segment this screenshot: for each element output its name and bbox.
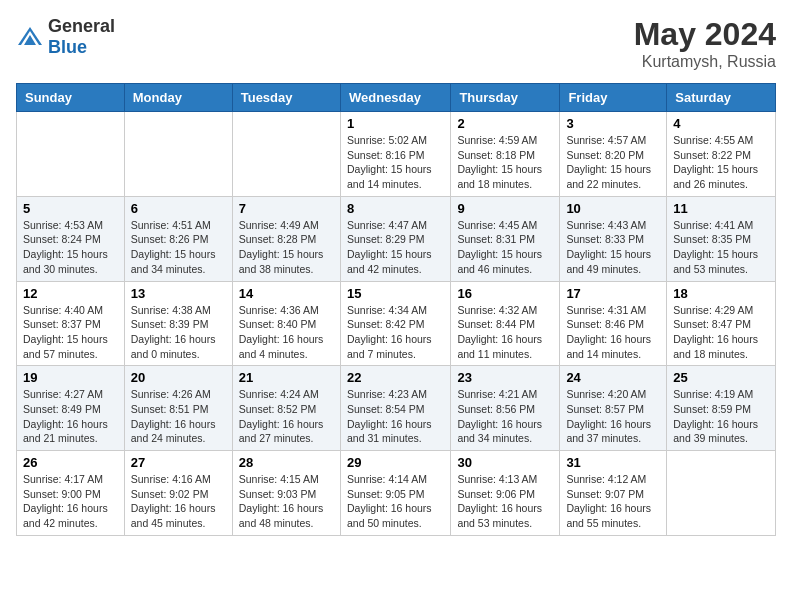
table-cell: 30Sunrise: 4:13 AMSunset: 9:06 PMDayligh…	[451, 451, 560, 536]
table-cell	[17, 112, 125, 197]
day-number: 1	[347, 116, 444, 131]
day-info: Sunrise: 4:17 AMSunset: 9:00 PMDaylight:…	[23, 472, 118, 531]
day-number: 25	[673, 370, 769, 385]
table-cell: 19Sunrise: 4:27 AMSunset: 8:49 PMDayligh…	[17, 366, 125, 451]
header-monday: Monday	[124, 84, 232, 112]
day-number: 9	[457, 201, 553, 216]
month-title: May 2024	[634, 16, 776, 53]
table-cell: 28Sunrise: 4:15 AMSunset: 9:03 PMDayligh…	[232, 451, 340, 536]
day-info: Sunrise: 4:55 AMSunset: 8:22 PMDaylight:…	[673, 133, 769, 192]
day-number: 18	[673, 286, 769, 301]
day-number: 5	[23, 201, 118, 216]
day-info: Sunrise: 4:16 AMSunset: 9:02 PMDaylight:…	[131, 472, 226, 531]
day-number: 8	[347, 201, 444, 216]
table-cell: 6Sunrise: 4:51 AMSunset: 8:26 PMDaylight…	[124, 196, 232, 281]
table-cell: 8Sunrise: 4:47 AMSunset: 8:29 PMDaylight…	[340, 196, 450, 281]
day-number: 19	[23, 370, 118, 385]
week-row-2: 5Sunrise: 4:53 AMSunset: 8:24 PMDaylight…	[17, 196, 776, 281]
day-info: Sunrise: 4:36 AMSunset: 8:40 PMDaylight:…	[239, 303, 334, 362]
day-number: 23	[457, 370, 553, 385]
week-row-1: 1Sunrise: 5:02 AMSunset: 8:16 PMDaylight…	[17, 112, 776, 197]
day-info: Sunrise: 4:47 AMSunset: 8:29 PMDaylight:…	[347, 218, 444, 277]
day-info: Sunrise: 4:43 AMSunset: 8:33 PMDaylight:…	[566, 218, 660, 277]
table-cell: 24Sunrise: 4:20 AMSunset: 8:57 PMDayligh…	[560, 366, 667, 451]
day-info: Sunrise: 4:19 AMSunset: 8:59 PMDaylight:…	[673, 387, 769, 446]
table-cell: 20Sunrise: 4:26 AMSunset: 8:51 PMDayligh…	[124, 366, 232, 451]
logo: General Blue	[16, 16, 115, 58]
day-info: Sunrise: 4:14 AMSunset: 9:05 PMDaylight:…	[347, 472, 444, 531]
day-number: 17	[566, 286, 660, 301]
table-cell: 5Sunrise: 4:53 AMSunset: 8:24 PMDaylight…	[17, 196, 125, 281]
logo-icon	[16, 23, 44, 51]
day-info: Sunrise: 4:24 AMSunset: 8:52 PMDaylight:…	[239, 387, 334, 446]
table-cell: 9Sunrise: 4:45 AMSunset: 8:31 PMDaylight…	[451, 196, 560, 281]
page-header: General Blue May 2024 Kurtamysh, Russia	[16, 16, 776, 71]
day-number: 7	[239, 201, 334, 216]
day-number: 30	[457, 455, 553, 470]
day-info: Sunrise: 4:21 AMSunset: 8:56 PMDaylight:…	[457, 387, 553, 446]
table-cell: 16Sunrise: 4:32 AMSunset: 8:44 PMDayligh…	[451, 281, 560, 366]
day-info: Sunrise: 4:53 AMSunset: 8:24 PMDaylight:…	[23, 218, 118, 277]
header-sunday: Sunday	[17, 84, 125, 112]
day-info: Sunrise: 4:15 AMSunset: 9:03 PMDaylight:…	[239, 472, 334, 531]
table-cell: 31Sunrise: 4:12 AMSunset: 9:07 PMDayligh…	[560, 451, 667, 536]
day-number: 26	[23, 455, 118, 470]
day-info: Sunrise: 4:29 AMSunset: 8:47 PMDaylight:…	[673, 303, 769, 362]
table-cell: 12Sunrise: 4:40 AMSunset: 8:37 PMDayligh…	[17, 281, 125, 366]
day-number: 10	[566, 201, 660, 216]
day-info: Sunrise: 4:20 AMSunset: 8:57 PMDaylight:…	[566, 387, 660, 446]
table-cell	[232, 112, 340, 197]
day-info: Sunrise: 4:13 AMSunset: 9:06 PMDaylight:…	[457, 472, 553, 531]
table-cell: 2Sunrise: 4:59 AMSunset: 8:18 PMDaylight…	[451, 112, 560, 197]
table-cell	[124, 112, 232, 197]
table-cell: 21Sunrise: 4:24 AMSunset: 8:52 PMDayligh…	[232, 366, 340, 451]
location-title: Kurtamysh, Russia	[634, 53, 776, 71]
table-cell: 26Sunrise: 4:17 AMSunset: 9:00 PMDayligh…	[17, 451, 125, 536]
table-cell: 23Sunrise: 4:21 AMSunset: 8:56 PMDayligh…	[451, 366, 560, 451]
day-number: 20	[131, 370, 226, 385]
table-cell: 27Sunrise: 4:16 AMSunset: 9:02 PMDayligh…	[124, 451, 232, 536]
day-number: 22	[347, 370, 444, 385]
header-tuesday: Tuesday	[232, 84, 340, 112]
table-cell	[667, 451, 776, 536]
title-area: May 2024 Kurtamysh, Russia	[634, 16, 776, 71]
day-number: 27	[131, 455, 226, 470]
day-info: Sunrise: 4:59 AMSunset: 8:18 PMDaylight:…	[457, 133, 553, 192]
day-number: 6	[131, 201, 226, 216]
day-info: Sunrise: 4:41 AMSunset: 8:35 PMDaylight:…	[673, 218, 769, 277]
day-number: 12	[23, 286, 118, 301]
day-number: 4	[673, 116, 769, 131]
day-info: Sunrise: 4:12 AMSunset: 9:07 PMDaylight:…	[566, 472, 660, 531]
week-row-5: 26Sunrise: 4:17 AMSunset: 9:00 PMDayligh…	[17, 451, 776, 536]
logo-blue-text: Blue	[48, 37, 87, 57]
table-cell: 15Sunrise: 4:34 AMSunset: 8:42 PMDayligh…	[340, 281, 450, 366]
calendar-table: Sunday Monday Tuesday Wednesday Thursday…	[16, 83, 776, 536]
day-info: Sunrise: 4:23 AMSunset: 8:54 PMDaylight:…	[347, 387, 444, 446]
day-info: Sunrise: 4:45 AMSunset: 8:31 PMDaylight:…	[457, 218, 553, 277]
table-cell: 3Sunrise: 4:57 AMSunset: 8:20 PMDaylight…	[560, 112, 667, 197]
day-info: Sunrise: 4:34 AMSunset: 8:42 PMDaylight:…	[347, 303, 444, 362]
day-number: 2	[457, 116, 553, 131]
day-info: Sunrise: 4:27 AMSunset: 8:49 PMDaylight:…	[23, 387, 118, 446]
week-row-3: 12Sunrise: 4:40 AMSunset: 8:37 PMDayligh…	[17, 281, 776, 366]
table-cell: 14Sunrise: 4:36 AMSunset: 8:40 PMDayligh…	[232, 281, 340, 366]
table-cell: 29Sunrise: 4:14 AMSunset: 9:05 PMDayligh…	[340, 451, 450, 536]
table-cell: 13Sunrise: 4:38 AMSunset: 8:39 PMDayligh…	[124, 281, 232, 366]
day-number: 11	[673, 201, 769, 216]
logo-general-text: General	[48, 16, 115, 36]
day-info: Sunrise: 4:40 AMSunset: 8:37 PMDaylight:…	[23, 303, 118, 362]
table-cell: 17Sunrise: 4:31 AMSunset: 8:46 PMDayligh…	[560, 281, 667, 366]
week-row-4: 19Sunrise: 4:27 AMSunset: 8:49 PMDayligh…	[17, 366, 776, 451]
table-cell: 1Sunrise: 5:02 AMSunset: 8:16 PMDaylight…	[340, 112, 450, 197]
day-info: Sunrise: 4:51 AMSunset: 8:26 PMDaylight:…	[131, 218, 226, 277]
day-info: Sunrise: 4:26 AMSunset: 8:51 PMDaylight:…	[131, 387, 226, 446]
day-number: 29	[347, 455, 444, 470]
table-cell: 25Sunrise: 4:19 AMSunset: 8:59 PMDayligh…	[667, 366, 776, 451]
day-info: Sunrise: 5:02 AMSunset: 8:16 PMDaylight:…	[347, 133, 444, 192]
day-number: 24	[566, 370, 660, 385]
day-number: 28	[239, 455, 334, 470]
header-saturday: Saturday	[667, 84, 776, 112]
table-cell: 18Sunrise: 4:29 AMSunset: 8:47 PMDayligh…	[667, 281, 776, 366]
table-cell: 11Sunrise: 4:41 AMSunset: 8:35 PMDayligh…	[667, 196, 776, 281]
day-info: Sunrise: 4:31 AMSunset: 8:46 PMDaylight:…	[566, 303, 660, 362]
